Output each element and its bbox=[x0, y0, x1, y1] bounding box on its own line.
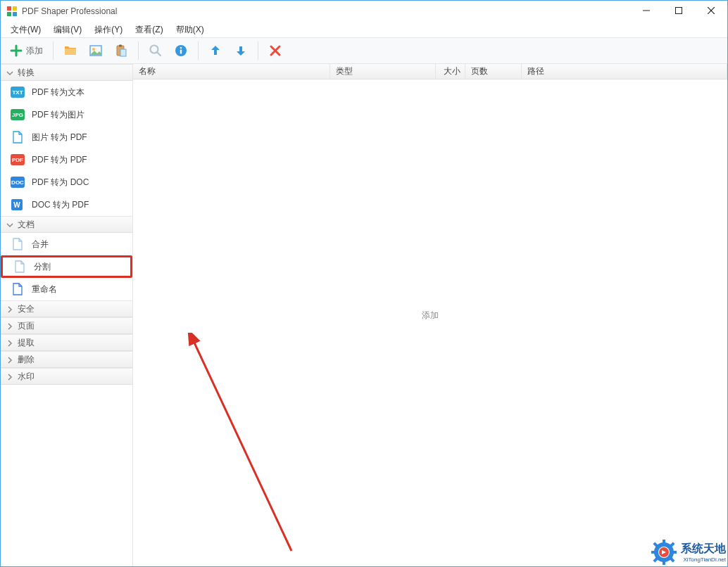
sidebar-item-pdf2doc[interactable]: DOCPDF 转为 DOC bbox=[1, 171, 132, 193]
main-area: 名称 类型 大小 页数 路径 添加 bbox=[133, 64, 727, 566]
chevron-right-icon bbox=[6, 339, 13, 346]
svg-text:W: W bbox=[13, 201, 20, 209]
sidebar-group-label: 水印 bbox=[18, 371, 34, 383]
toolbar-separator bbox=[258, 42, 258, 60]
chevron-down-icon bbox=[6, 221, 13, 228]
plus-icon bbox=[9, 44, 23, 58]
toolbar-separator bbox=[138, 42, 139, 60]
sidebar-item-label: PDF 转为图片 bbox=[32, 109, 84, 121]
menubar: 文件(W) 编辑(V) 操作(Y) 查看(Z) 帮助(X) bbox=[1, 22, 727, 37]
file-icon: W bbox=[11, 198, 25, 211]
svg-rect-29 bbox=[651, 551, 655, 554]
file-icon bbox=[13, 260, 27, 273]
sidebar-item-label: DOC 转为 PDF bbox=[32, 199, 89, 211]
svg-rect-27 bbox=[663, 540, 665, 544]
toolbar-image-button[interactable] bbox=[84, 40, 107, 61]
sidebar-item-label: 重命名 bbox=[32, 284, 57, 295]
toolbar-add-button[interactable]: 添加 bbox=[5, 40, 47, 61]
sidebar-item-pdf2img[interactable]: JPGPDF 转为图片 bbox=[1, 103, 132, 126]
app-icon bbox=[6, 6, 18, 17]
window-controls bbox=[630, 1, 727, 22]
titlebar: PDF Shaper Professional bbox=[1, 1, 727, 22]
toolbar: 添加 bbox=[1, 37, 727, 64]
file-icon: JPG bbox=[11, 108, 25, 121]
sidebar-item-img2pdf[interactable]: 图片 转为 PDF bbox=[1, 126, 132, 148]
sidebar-group-extract[interactable]: 提取 bbox=[1, 334, 132, 351]
toolbar-info-button[interactable] bbox=[170, 40, 192, 61]
clipboard-icon bbox=[114, 44, 128, 58]
sidebar-group-delete[interactable]: 删除 bbox=[1, 351, 132, 368]
sidebar-group-pages[interactable]: 页面 bbox=[1, 317, 132, 334]
col-size[interactable]: 大小 bbox=[436, 64, 465, 79]
info-icon bbox=[174, 44, 188, 58]
col-name[interactable]: 名称 bbox=[133, 64, 330, 79]
menu-action[interactable]: 操作(Y) bbox=[90, 23, 127, 37]
sidebar-group-label: 转换 bbox=[18, 67, 34, 79]
svg-rect-1 bbox=[13, 6, 17, 11]
menu-help[interactable]: 帮助(X) bbox=[172, 23, 208, 37]
svg-rect-5 bbox=[676, 8, 682, 14]
column-headers: 名称 类型 大小 页数 路径 bbox=[133, 64, 727, 79]
app-title: PDF Shaper Professional bbox=[22, 6, 630, 16]
file-icon bbox=[11, 131, 25, 144]
watermark-logo: 系统天地 XiTongTianDi.net bbox=[651, 540, 726, 565]
gear-icon bbox=[651, 540, 677, 565]
sidebar-group-security[interactable]: 安全 bbox=[1, 300, 132, 317]
toolbar-search-button[interactable] bbox=[144, 40, 167, 61]
svg-rect-30 bbox=[672, 551, 677, 554]
file-icon: PDF bbox=[11, 153, 25, 166]
svg-rect-14 bbox=[119, 45, 122, 47]
sidebar-group-label: 文档 bbox=[18, 219, 34, 231]
svg-rect-10 bbox=[65, 49, 76, 55]
sidebar-group-label: 删除 bbox=[18, 354, 34, 366]
toolbar-down-button[interactable] bbox=[230, 40, 252, 61]
toolbar-paste-button[interactable] bbox=[110, 40, 132, 61]
sidebar-item-label: 合并 bbox=[32, 238, 49, 250]
file-icon: DOC bbox=[11, 176, 25, 189]
close-button[interactable] bbox=[695, 1, 727, 20]
toolbar-delete-button[interactable] bbox=[264, 40, 287, 61]
chevron-right-icon bbox=[6, 356, 13, 363]
sidebar-item-pdf2txt[interactable]: TXTPDF 转为文本 bbox=[1, 81, 132, 103]
file-icon bbox=[11, 238, 25, 250]
chevron-right-icon bbox=[6, 322, 13, 329]
svg-line-17 bbox=[158, 53, 161, 56]
menu-view[interactable]: 查看(Z) bbox=[131, 23, 167, 37]
sidebar-group-doc[interactable]: 文档 bbox=[1, 216, 132, 233]
watermark-sub: XiTongTianDi.net bbox=[681, 556, 726, 563]
chevron-right-icon bbox=[6, 373, 13, 380]
toolbar-separator bbox=[53, 42, 54, 60]
sidebar-item-doc2pdf[interactable]: WDOC 转为 PDF bbox=[1, 193, 132, 216]
sidebar-item-merge[interactable]: 合并 bbox=[1, 233, 132, 255]
svg-rect-28 bbox=[663, 561, 665, 565]
maximize-button[interactable] bbox=[663, 1, 695, 20]
arrow-down-icon bbox=[234, 44, 248, 58]
svg-point-19 bbox=[180, 47, 182, 49]
arrow-up-icon bbox=[208, 44, 222, 58]
toolbar-add-label: 添加 bbox=[26, 45, 43, 57]
watermark-text: 系统天地 XiTongTianDi.net bbox=[681, 542, 726, 563]
col-type[interactable]: 类型 bbox=[330, 64, 436, 79]
sidebar-group-watermark[interactable]: 水印 bbox=[1, 368, 132, 385]
minimize-button[interactable] bbox=[630, 1, 663, 20]
sidebar-item-pdf2pdf[interactable]: PDFPDF 转为 PDF bbox=[1, 148, 132, 171]
toolbar-separator bbox=[198, 42, 199, 60]
sidebar-group-label: 提取 bbox=[18, 337, 34, 349]
toolbar-up-button[interactable] bbox=[204, 40, 227, 61]
toolbar-folder-button[interactable] bbox=[59, 40, 82, 61]
file-icon bbox=[11, 283, 25, 295]
sidebar-item-rename[interactable]: 重命名 bbox=[1, 278, 132, 300]
sidebar-group-convert[interactable]: 转换 bbox=[1, 64, 132, 81]
sidebar-group-label: 页面 bbox=[18, 320, 34, 332]
menu-edit[interactable]: 编辑(V) bbox=[49, 23, 86, 37]
sidebar-item-label: PDF 转为 DOC bbox=[32, 177, 89, 189]
col-pages[interactable]: 页数 bbox=[465, 64, 522, 79]
menu-file[interactable]: 文件(W) bbox=[6, 23, 45, 37]
sidebar-item-label: 图片 转为 PDF bbox=[32, 132, 87, 144]
sidebar-item-split[interactable]: 分割 bbox=[1, 255, 132, 278]
col-path[interactable]: 路径 bbox=[522, 64, 727, 79]
svg-rect-20 bbox=[180, 50, 182, 54]
annotation-arrow bbox=[186, 333, 299, 558]
image-icon bbox=[89, 44, 103, 58]
sidebar: 转换TXTPDF 转为文本JPGPDF 转为图片图片 转为 PDFPDFPDF … bbox=[1, 64, 133, 566]
